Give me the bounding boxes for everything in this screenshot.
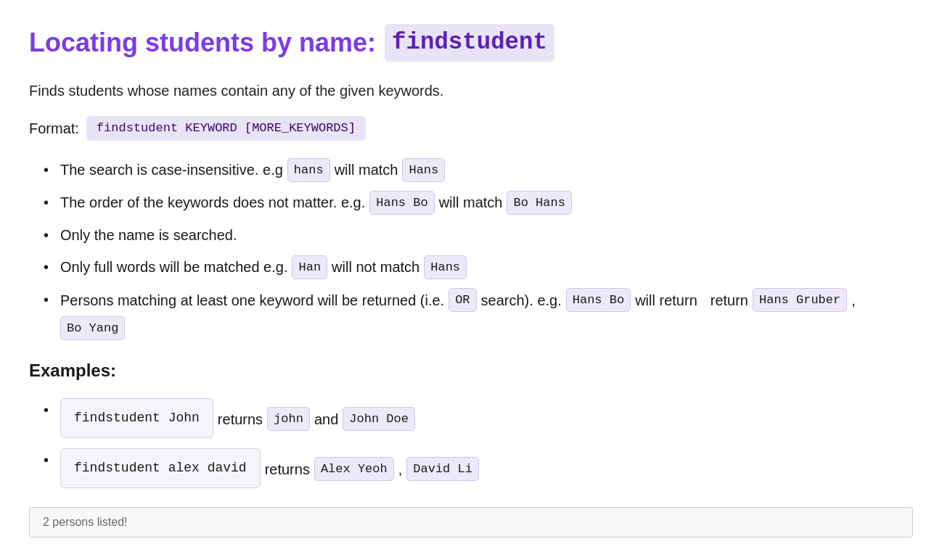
bullet-5-return-label: return [710,289,748,312]
description-text: Finds students whose names contain any o… [29,80,913,102]
bullet-4-code1: Han [292,255,327,279]
title-command: findstudent [385,24,554,62]
bullet-1-text-before: The search is case-insensitive. e.g [60,158,283,181]
bullet-4: Only full words will be matched e.g. Han… [44,255,913,279]
bullet-5-code4: Bo Yang [60,316,125,340]
bullet-3-text-only: Only the name is searched. [60,223,237,247]
example-1-and: and [314,408,338,431]
examples-heading: Examples: [29,358,913,384]
page-title: Locating students by name: findstudent [29,23,913,62]
bullet-4-text-middle: will not match [332,255,419,279]
example-1: findstudent John returns john and John D… [44,398,913,440]
bullet-3: Only the name is searched. [44,223,913,247]
bullet-5-code1: OR [449,288,476,312]
example-1-command: findstudent John [74,408,200,429]
example-2-returns: returns [265,458,310,481]
persons-listed-box: 2 persons listed! [29,507,913,538]
example-1-block: findstudent John [60,398,213,438]
example-2-command: findstudent alex david [74,458,247,479]
bullet-1-text-middle: will match [335,158,398,181]
bullet-5-text-after: will return [635,289,697,312]
bullet-2-content: The order of the keywords does not matte… [60,191,913,215]
example-1-returns: returns [218,408,263,431]
bullet-5-text-middle: search). e.g. [481,289,562,312]
bullet-2: The order of the keywords does not matte… [44,191,913,215]
example-2-comma: , [398,458,403,481]
bullet-5-code2: Hans Bo [566,288,631,312]
example-2-result2: David Li [406,457,479,481]
bullet-5-comma: , [851,289,856,312]
example-2-block: findstudent alex david [60,448,261,488]
example-2-result1: Alex Yeoh [314,457,394,481]
bullet-1-code2: Hans [402,158,445,182]
bullet-1-content: The search is case-insensitive. e.g hans… [60,158,913,182]
format-label: Format: [29,118,79,139]
bullet-4-text-before: Only full words will be matched e.g. [60,255,287,279]
example-1-content: findstudent John returns john and John D… [60,398,913,440]
bullets-list: The search is case-insensitive. e.g hans… [29,158,913,341]
bullet-5-text-before: Persons matching at least one keyword wi… [60,289,444,312]
bullet-2-text-middle: will match [439,191,503,214]
example-2: findstudent alex david returns Alex Yeoh… [44,448,913,490]
bullet-1-code1: hans [287,158,330,182]
bullet-2-code2: Bo Hans [507,191,571,215]
persons-listed-text: 2 persons listed! [43,516,128,528]
bullet-4-content: Only full words will be matched e.g. Han… [60,255,913,279]
examples-list: findstudent John returns john and John D… [29,398,913,490]
format-line: Format: findstudent KEYWORD [MORE_KEYWOR… [29,116,913,141]
format-value: findstudent KEYWORD [MORE_KEYWORDS] [86,116,366,141]
title-prefix: Locating students by name: [29,23,376,62]
bullet-1: The search is case-insensitive. e.g hans… [44,158,913,182]
bullet-4-code2: Hans [424,255,467,279]
bullet-5-code3: Hans Gruber [753,288,847,312]
bullet-5-content: Persons matching at least one keyword wi… [60,288,913,340]
example-1-result1: john [267,407,310,431]
bullet-2-code1: Hans Bo [369,191,434,215]
bullet-2-text-before: The order of the keywords does not matte… [60,191,365,214]
bullet-3-content: Only the name is searched. [60,223,913,247]
bullet-5: Persons matching at least one keyword wi… [44,288,913,340]
example-1-result2: John Doe [343,407,415,431]
example-2-content: findstudent alex david returns Alex Yeoh… [60,448,913,490]
